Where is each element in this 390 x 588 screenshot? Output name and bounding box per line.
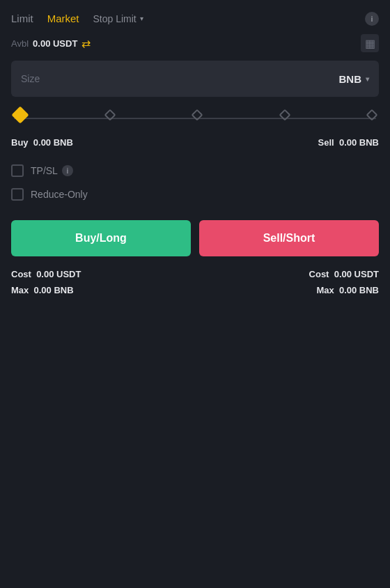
buy-max-value: 0.00 BNB <box>34 285 74 295</box>
slider-handle-100[interactable] <box>366 109 378 121</box>
tab-stop-limit[interactable]: Stop Limit ▾ <box>93 13 143 24</box>
size-label: Size <box>21 73 40 84</box>
stop-limit-arrow-icon: ▾ <box>140 15 143 22</box>
tab-limit[interactable]: Limit <box>11 10 33 27</box>
balance-value: 0.00 USDT <box>33 38 77 49</box>
buy-long-button[interactable]: Buy/Long <box>11 220 191 256</box>
sell-label-text: Sell <box>318 137 334 148</box>
max-row: Max 0.00 BNB Max 0.00 BNB <box>11 285 379 295</box>
swap-icon[interactable]: ⇄ <box>81 37 91 50</box>
main-content: Avbl 0.00 USDT ⇄ ▦ Size BNB ▾ Buy 0.00 B… <box>0 34 390 315</box>
cost-row: Cost 0.00 USDT Cost 0.00 USDT <box>11 269 379 279</box>
tpsl-label: TP/SL i <box>31 165 73 176</box>
sell-amount-value: 0.00 BNB <box>339 137 379 148</box>
calculator-icon[interactable]: ▦ <box>361 34 379 52</box>
tpsl-checkbox[interactable] <box>11 164 24 177</box>
buy-cost-label: Cost <box>11 269 31 279</box>
sell-cost-item: Cost 0.00 USDT <box>309 269 379 279</box>
tab-market[interactable]: Market <box>47 10 79 27</box>
buy-sell-row: Buy 0.00 BNB Sell 0.00 BNB <box>11 137 379 148</box>
sell-cost-label: Cost <box>309 269 329 279</box>
buy-max-item: Max 0.00 BNB <box>11 285 74 295</box>
balance-left: Avbl 0.00 USDT ⇄ <box>11 37 91 50</box>
reduce-only-row: Reduce-Only <box>11 188 379 201</box>
reduce-only-label-text: Reduce-Only <box>31 189 88 200</box>
slider-dots <box>14 111 376 121</box>
buy-cost-item: Cost 0.00 USDT <box>11 269 81 279</box>
action-buttons-row: Buy/Long Sell/Short <box>11 220 379 256</box>
buy-amount-value: 0.00 BNB <box>33 137 73 148</box>
tpsl-info-icon[interactable]: i <box>62 165 73 176</box>
buy-amount-label: Buy 0.00 BNB <box>11 137 73 148</box>
sell-cost-value: 0.00 USDT <box>334 269 379 279</box>
sell-amount-label: Sell 0.00 BNB <box>318 137 379 148</box>
buy-label-text: Buy <box>11 137 29 148</box>
balance-label: Avbl <box>11 38 29 49</box>
sell-short-button[interactable]: Sell/Short <box>199 220 379 256</box>
tab-bar: Limit Market Stop Limit ▾ i <box>0 0 390 34</box>
tpsl-label-text: TP/SL <box>31 165 58 176</box>
slider-handle-50[interactable] <box>192 109 203 121</box>
reduce-only-label: Reduce-Only <box>31 189 88 200</box>
tpsl-row: TP/SL i <box>11 164 379 177</box>
sell-max-label: Max <box>316 285 334 295</box>
sell-max-item: Max 0.00 BNB <box>316 285 379 295</box>
slider-handle-0[interactable] <box>11 106 29 123</box>
buy-max-label: Max <box>11 285 29 295</box>
balance-row: Avbl 0.00 USDT ⇄ ▦ <box>11 34 379 52</box>
reduce-only-checkbox[interactable] <box>11 188 24 201</box>
currency-value: BNB <box>339 73 362 85</box>
size-input-field[interactable]: Size BNB ▾ <box>11 61 379 97</box>
currency-caret-icon: ▾ <box>366 75 369 83</box>
slider-handle-25[interactable] <box>104 109 116 121</box>
stop-limit-label: Stop Limit <box>93 13 136 24</box>
slider-container[interactable] <box>14 111 376 122</box>
buy-cost-value: 0.00 USDT <box>36 269 81 279</box>
sell-max-value: 0.00 BNB <box>339 285 379 295</box>
global-info-icon[interactable]: i <box>365 12 379 26</box>
currency-selector[interactable]: BNB ▾ <box>339 73 370 85</box>
slider-handle-75[interactable] <box>279 109 290 121</box>
